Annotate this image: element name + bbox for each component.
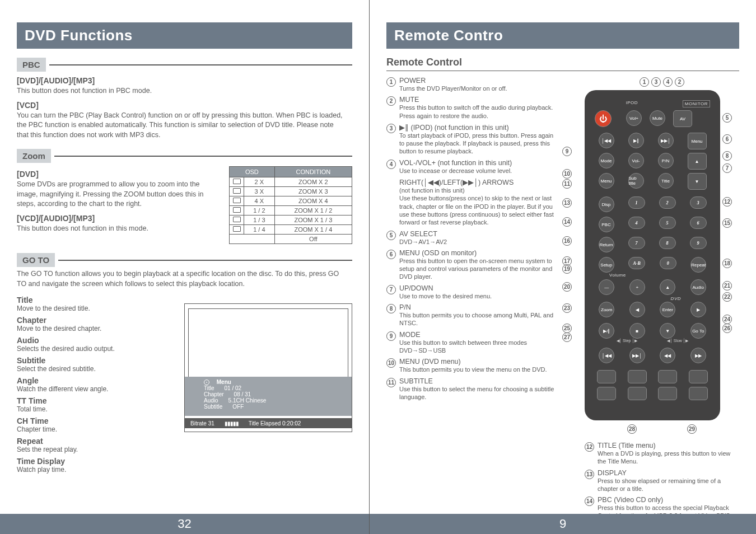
goto-item-heading: Audio: [17, 336, 173, 345]
remote-btn[interactable]: Disp: [599, 196, 614, 212]
remote-btn[interactable]: │◀◀: [599, 348, 614, 363]
zoom-p1: Some DVDs are programmed to allow you to…: [17, 180, 221, 209]
remote-btn[interactable]: Mode: [599, 153, 614, 168]
zoom-rect-icon: [233, 198, 241, 203]
remote-btn[interactable]: Menu: [688, 133, 707, 149]
remote-btn[interactable]: 2: [659, 196, 676, 209]
remote-btn[interactable]: ◀◀: [660, 348, 675, 363]
remote-btn[interactable]: Zoom: [599, 302, 614, 317]
remote-btn[interactable]: ▲: [688, 153, 707, 170]
zoom-cond-cell: ZOOM X 2: [274, 177, 352, 187]
remote-blank-button[interactable]: [689, 387, 708, 400]
callout-number: 7: [722, 163, 732, 173]
remote-btn[interactable]: 1: [628, 196, 645, 209]
right-page-number: 9: [370, 514, 756, 534]
remote-btn[interactable]: ▶▶: [690, 348, 706, 363]
remote-btn[interactable]: —: [599, 279, 614, 295]
remote-btn[interactable]: P/N: [658, 153, 674, 168]
remote-btn[interactable]: Audio: [690, 279, 706, 295]
remote-ipod-label: iPOD: [626, 100, 638, 105]
goto-item-heading: Title: [17, 296, 173, 305]
remote-btn[interactable]: Mute: [650, 110, 665, 126]
zoom-sub2: [VCD]/[AUDIO]/[MP3]: [17, 214, 221, 223]
goto-scr-title-v: 01 / 02: [225, 385, 242, 391]
remote-btn[interactable]: 3: [690, 196, 707, 209]
remote-btn[interactable]: 9: [690, 237, 707, 249]
remote-blank-button[interactable]: [628, 370, 647, 383]
pbc-title: PBC: [17, 58, 46, 72]
remote-btn[interactable]: ▶▶│: [658, 133, 674, 148]
zoom-rect-icon: [233, 179, 241, 184]
remote-item-desc: Press this button to switch off the audi…: [399, 104, 554, 120]
callout-number: 10: [386, 358, 396, 368]
remote-btn[interactable]: │◀◀: [599, 133, 614, 148]
callout-number: 11: [386, 378, 396, 387]
remote-btn[interactable]: Setup: [599, 257, 614, 273]
bitrate-bars-icon: ▮▮▮▮▮: [225, 420, 239, 427]
remote-item-name: AV SELECT: [399, 230, 447, 238]
callout-number: 8: [722, 151, 732, 161]
remote-btn[interactable]: Enter: [660, 302, 675, 317]
callout-number: 13: [562, 198, 572, 208]
pbc-p1: This button does not function in PBC mod…: [17, 86, 352, 96]
remote-btn[interactable]: Vol-: [628, 153, 644, 168]
remote-btn[interactable]: Title: [658, 173, 674, 189]
remote-btn[interactable]: Sub title: [628, 173, 644, 189]
remote-btn[interactable]: ■: [629, 323, 645, 339]
remote-monitor-label: MONITOR: [683, 100, 710, 107]
remote-btn[interactable]: 6: [690, 217, 707, 229]
zoom-off: Off: [274, 235, 352, 244]
remote-btn[interactable]: 5: [659, 217, 676, 229]
remote-btn[interactable]: 4: [628, 217, 645, 229]
callout-number: 4: [386, 160, 396, 169]
remote-power-button[interactable]: ⏻: [595, 110, 612, 127]
remote-btn[interactable]: Return: [599, 237, 614, 252]
remote-btn[interactable]: ▼: [660, 323, 675, 339]
remote-btn[interactable]: +: [629, 279, 645, 295]
remote-btn[interactable]: ▶/∥: [599, 323, 614, 339]
callout-number: 13: [585, 470, 594, 479]
remote-btn[interactable]: 7: [628, 237, 645, 249]
remote-item-desc: This button permits you to view the menu…: [399, 366, 547, 373]
remote-blank-button[interactable]: [658, 387, 677, 400]
callout-number: 27: [562, 332, 572, 342]
goto-scr-chapter-v: 08 / 31: [234, 391, 251, 397]
remote-item-desc: Press this button to open the on-screen …: [399, 257, 554, 281]
remote-btn[interactable]: ▶∥: [628, 133, 644, 148]
remote-btn[interactable]: ▶▶│: [629, 348, 645, 363]
remote-blank-button[interactable]: [597, 370, 616, 383]
remote-btn[interactable]: AV: [673, 110, 692, 127]
remote-blank-button[interactable]: [689, 370, 708, 383]
remote-btn[interactable]: 0: [660, 257, 676, 269]
remote-btn[interactable]: 8: [659, 237, 676, 249]
zoom-cond-cell: ZOOM X 1 / 3: [274, 216, 352, 225]
remote-blank-button[interactable]: [628, 387, 647, 400]
goto-section-bar: GO TO: [17, 253, 352, 267]
remote-btn[interactable]: ▲: [660, 279, 675, 295]
remote-item-name: MODE: [399, 331, 527, 339]
remote-blank-button[interactable]: [658, 370, 677, 383]
remote-btn[interactable]: ▶: [690, 302, 706, 317]
zoom-osd-cell: 1 / 4: [244, 225, 275, 235]
callout-number: 14: [562, 217, 572, 227]
remote-btn[interactable]: Vol+: [626, 110, 642, 126]
goto-scr-sub-v: OFF: [232, 404, 244, 410]
goto-scr-sub: Subtitle: [204, 404, 222, 410]
zoom-osd-cell: 4 X: [244, 196, 275, 206]
goto-item-heading: Chapter: [17, 316, 173, 325]
remote-mid-callouts: 91011131416171920232527: [562, 90, 582, 420]
remote-section-title: Remote Control: [386, 57, 739, 71]
remote-btn[interactable]: ▼: [688, 173, 707, 190]
goto-scr-audio-v: 5.1CH Chinese: [228, 397, 267, 404]
remote-btn[interactable]: ◀: [629, 302, 645, 317]
remote-btn[interactable]: Menu: [599, 173, 614, 189]
zoom-th-osd: OSD: [230, 167, 275, 177]
remote-item-name: UP/DOWN: [399, 284, 492, 292]
pbc-sub1: [DVD]/[AUDIO]/[MP3]: [17, 76, 352, 85]
remote-btn[interactable]: Repeat: [690, 257, 706, 273]
remote-blank-button[interactable]: [597, 387, 616, 400]
remote-btn[interactable]: A-B: [628, 257, 645, 269]
remote-btn[interactable]: PBC: [599, 217, 614, 232]
remote-btn[interactable]: Go To: [690, 323, 706, 339]
callout-number: 24: [722, 315, 732, 324]
